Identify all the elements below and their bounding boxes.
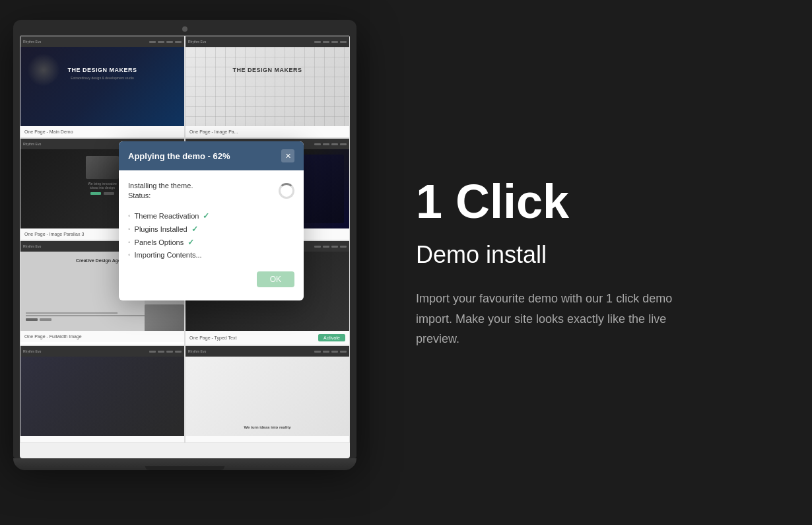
brand-label-7: Rhythm Evo	[23, 349, 41, 353]
demo-label-6: One Page - Typed Text Activate	[186, 331, 349, 345]
modal-checklist: Theme Reactivation ✓ Plugins Installed ✓…	[128, 209, 294, 261]
brand-label-8: Rhythm Evo	[188, 349, 206, 353]
activate-button[interactable]: Activate	[318, 334, 345, 341]
laptop-camera	[182, 26, 187, 32]
demo-label-1: One Page - Main Demo	[20, 126, 184, 137]
modal-overlay: Applying the demo - 62% ✕ Installing the…	[119, 141, 304, 300]
left-section: Rhythm Evo The Design Makers Extraordina…	[0, 0, 370, 525]
check-mark-1: ✓	[203, 211, 209, 221]
demo-thumb-8: We turn ideas into reality	[186, 357, 349, 436]
modal-status-row: Installing the theme. Status:	[128, 181, 294, 201]
modal-title: Applying the demo - 62%	[128, 151, 230, 161]
demo-label-8	[186, 436, 349, 442]
demo-label-2: One Page - Image Pa...	[186, 126, 349, 137]
description-text: Import your favourite demo with our 1 cl…	[416, 289, 693, 349]
laptop-wrapper: Rhythm Evo The Design Makers Extraordina…	[13, 20, 356, 470]
brand-label-2: Rhythm Evo	[188, 40, 206, 44]
applying-demo-modal: Applying the demo - 62% ✕ Installing the…	[119, 141, 304, 300]
ok-button[interactable]: OK	[257, 271, 294, 287]
right-section: 1 Click Demo install Import your favouri…	[370, 0, 812, 525]
checklist-item-2: Plugins Installed ✓	[128, 223, 294, 236]
demo-thumb-7	[20, 357, 184, 436]
demo-label-7	[20, 436, 184, 442]
demo-item-2: Rhythm Evo The Design Makers One Page - …	[185, 36, 350, 138]
brand-label-3: Rhythm Evo	[23, 142, 41, 146]
laptop-screen: Rhythm Evo The Design Makers Extraordina…	[20, 36, 350, 458]
modal-footer: OK	[128, 271, 294, 290]
modal-close-button[interactable]: ✕	[281, 149, 294, 162]
demo-label-5: One Page - Fullwidth Image	[20, 331, 184, 342]
sub-headline: Demo install	[416, 241, 766, 269]
checklist-item-3: Panels Options ✓	[128, 236, 294, 249]
checklist-item-1: Theme Reactivation ✓	[128, 209, 294, 223]
check-mark-2: ✓	[191, 225, 198, 234]
demo-thumb-1: The Design Makers Extraordinary design &…	[20, 47, 184, 126]
demo-thumb-2: The Design Makers	[186, 47, 349, 126]
demo-item-header-2: Rhythm Evo	[186, 36, 349, 47]
demo-subtitle-1: Extraordinary design & development studi…	[20, 76, 184, 80]
brand-label-5: Rhythm Evo	[23, 244, 41, 248]
loading-spinner	[279, 183, 294, 199]
laptop-base	[13, 458, 356, 470]
demo-item-header-8: Rhythm Evo	[186, 346, 349, 357]
demo-item-header-1: Rhythm Evo	[20, 36, 184, 47]
demo-item-7: Rhythm Evo	[20, 345, 185, 443]
checklist-item-4: Importing Contents...	[128, 249, 294, 261]
modal-body: Installing the theme. Status: Theme Reac…	[119, 170, 304, 300]
headline-container: 1 Click Demo install	[416, 176, 766, 289]
brand-label-1: Rhythm Evo	[23, 40, 41, 44]
demo-item-1: Rhythm Evo The Design Makers Extraordina…	[20, 36, 185, 138]
modal-installing-text: Installing the theme. Status:	[128, 181, 193, 201]
laptop-screen-outer: Rhythm Evo The Design Makers Extraordina…	[13, 20, 356, 458]
check-mark-3: ✓	[187, 238, 194, 247]
headline-part1: 1 Click	[416, 175, 569, 228]
demo-item-header-7: Rhythm Evo	[20, 346, 184, 357]
modal-header: Applying the demo - 62% ✕	[119, 141, 304, 170]
demo-title-2: The Design Makers	[186, 67, 349, 73]
demo-title-1: The Design Makers	[20, 67, 184, 73]
demo-item-8: Rhythm Evo We turn ideas into reality	[185, 345, 350, 443]
main-headline: 1 Click	[416, 176, 766, 228]
